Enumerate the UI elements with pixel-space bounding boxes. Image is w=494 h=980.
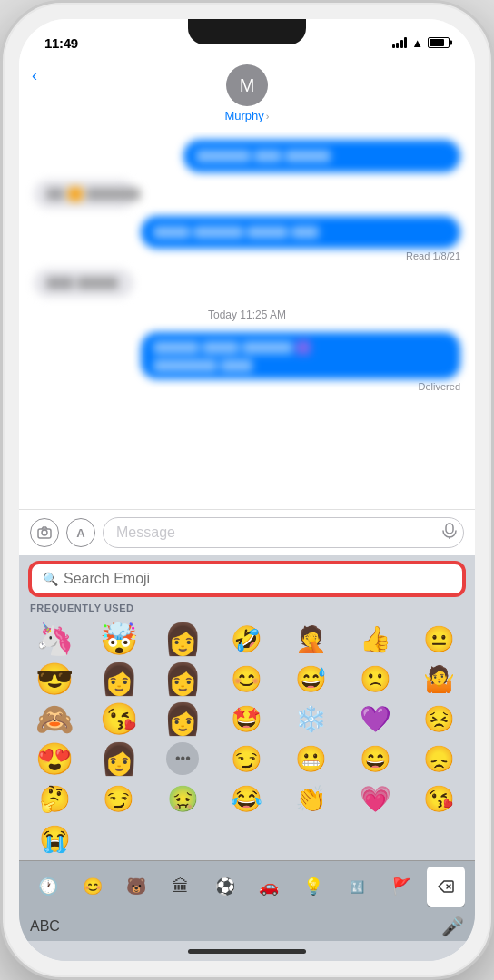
message-outgoing-1 (34, 140, 460, 172)
status-time: 11:49 (44, 35, 78, 51)
emoji-22[interactable]: 💗 (343, 779, 408, 818)
emoji-2[interactable]: 🤦 (279, 619, 343, 659)
emoji-23[interactable]: 😘 (407, 779, 471, 818)
kb-symbols-icon[interactable]: 🔣 (335, 870, 380, 903)
mic-icon[interactable]: 🎤 (441, 916, 464, 937)
search-icon: 🔍 (43, 572, 58, 586)
message-input[interactable] (103, 517, 464, 548)
contact-name-text: Murphy (224, 109, 263, 122)
kb-animal-icon[interactable]: 🐻 (114, 870, 159, 903)
message-delivered-status: Delivered (419, 381, 460, 392)
abc-button[interactable]: ABC (30, 918, 60, 935)
emoji-grid: 🦄 🤯 👩 🤣 🤦 👍 😐 😎 👩 👩 😊 😅 🙁 🤷 🙈 😘 👩 (19, 617, 475, 860)
message-incoming-2 (34, 269, 460, 298)
emoji-memoji-5[interactable]: 👩 (87, 659, 152, 699)
emoji-8[interactable]: 🤷 (407, 659, 471, 699)
emoji-empty-2 (151, 818, 215, 858)
signal-icon (392, 37, 408, 48)
kb-emoji-icon[interactable]: 😊 (71, 870, 115, 903)
emoji-9[interactable]: 🤩 (215, 699, 280, 739)
emoji-1[interactable]: 🤣 (215, 619, 280, 659)
message-incoming-1 (34, 180, 460, 209)
emoji-12[interactable]: 😣 (407, 699, 471, 739)
battery-icon (428, 37, 450, 48)
kb-flags-icon[interactable]: 🚩 (380, 870, 424, 903)
emoji-memoji-1[interactable]: 🦄 (23, 619, 87, 659)
bubble (34, 180, 136, 209)
kb-recent-icon[interactable]: 🕐 (26, 870, 71, 903)
contact-chevron-icon: › (266, 111, 270, 122)
emoji-memoji-8[interactable]: 😘 (87, 699, 152, 739)
emoji-memoji-7[interactable]: 🙈 (23, 699, 87, 739)
bubble (34, 269, 133, 298)
emoji-3[interactable]: 👍 (343, 619, 408, 659)
input-bar: A (19, 509, 475, 555)
emoji-21[interactable]: 👏 (279, 779, 343, 818)
date-divider: Today 11:25 AM (34, 309, 460, 321)
emoji-24[interactable]: 😭 (23, 818, 87, 858)
kb-delete-button[interactable] (427, 867, 465, 906)
emoji-13[interactable]: 😏 (215, 739, 280, 779)
wifi-icon: ▲ (411, 36, 423, 50)
keyboard-abc-row: ABC 🎤 (19, 910, 475, 941)
emoji-17[interactable]: 🤔 (23, 779, 87, 818)
emoji-19[interactable]: 🤢 (151, 779, 215, 818)
emoji-memoji-6[interactable]: 👩 (151, 659, 215, 699)
svg-rect-2 (446, 524, 453, 534)
bubble (183, 140, 461, 172)
emoji-14[interactable]: 😬 (279, 739, 343, 779)
kb-travel-icon[interactable]: 🚗 (247, 870, 291, 903)
message-outgoing-2: Read 1/8/21 (34, 216, 460, 261)
emoji-search-bar: 🔍 (19, 555, 475, 601)
emoji-20[interactable]: 😂 (215, 779, 280, 818)
contact-name-row[interactable]: Murphy › (224, 109, 269, 122)
messages-area: Read 1/8/21 Today 11:25 AM (19, 132, 475, 509)
phone-screen: 11:49 ▲ ‹ M Murphy › (19, 19, 475, 961)
emoji-empty-3 (215, 818, 280, 858)
emoji-15[interactable]: 😄 (343, 739, 408, 779)
home-bar (188, 949, 306, 954)
emoji-7[interactable]: 🙁 (343, 659, 408, 699)
bubble (141, 216, 461, 249)
phone-device: 11:49 ▲ ‹ M Murphy › (0, 0, 494, 980)
kb-objects-icon[interactable]: 💡 (291, 870, 336, 903)
emoji-empty-6 (407, 818, 471, 858)
emoji-18[interactable]: 😏 (87, 779, 152, 818)
kb-activity-icon[interactable]: ⚽ (203, 870, 247, 903)
emoji-memoji-9[interactable]: 👩 (151, 699, 215, 739)
emoji-memoji-10[interactable]: 😍 (23, 739, 87, 779)
keyboard-bottom-bar: 🕐 😊 🐻 🏛 ⚽ 🚗 💡 🔣 🚩 (19, 860, 475, 910)
emoji-5[interactable]: 😊 (215, 659, 280, 699)
contact-avatar[interactable]: M (226, 64, 268, 106)
frequently-used-label: FREQUENTLY USED (19, 601, 475, 617)
emoji-empty-4 (279, 818, 343, 858)
bubble (141, 332, 461, 379)
audio-button[interactable] (442, 523, 457, 543)
message-input-wrapper[interactable] (103, 517, 464, 548)
notch (188, 19, 306, 44)
message-status: Read 1/8/21 (406, 250, 460, 261)
emoji-memoji-11[interactable]: 👩 (87, 739, 152, 779)
emoji-16[interactable]: 😞 (407, 739, 471, 779)
emoji-6[interactable]: 😅 (279, 659, 343, 699)
message-outgoing-3: Delivered (34, 332, 460, 392)
emoji-memoji-4[interactable]: 😎 (23, 659, 87, 699)
svg-point-0 (42, 530, 47, 535)
emoji-keyboard: 🔍 FREQUENTLY USED 🦄 🤯 👩 🤣 🤦 👍 😐 😎 👩 (19, 555, 475, 961)
home-indicator (19, 941, 475, 961)
back-button[interactable]: ‹ (32, 66, 37, 85)
kb-food-icon[interactable]: 🏛 (159, 870, 203, 903)
emoji-search-input[interactable] (64, 571, 451, 587)
emoji-search-wrapper[interactable]: 🔍 (30, 563, 464, 595)
camera-button[interactable] (30, 518, 59, 547)
emoji-memoji-2[interactable]: 🤯 (87, 619, 152, 659)
emoji-11[interactable]: 💜 (343, 699, 408, 739)
emoji-4[interactable]: 😐 (407, 619, 471, 659)
emoji-10[interactable]: ❄️ (279, 699, 343, 739)
apps-button[interactable]: A (66, 518, 95, 547)
status-icons: ▲ (392, 36, 450, 50)
emoji-memoji-3[interactable]: 👩 (151, 619, 215, 659)
emoji-empty-5 (343, 818, 408, 858)
emoji-more-placeholder[interactable]: ••• (151, 739, 215, 779)
emoji-empty-1 (87, 818, 152, 858)
